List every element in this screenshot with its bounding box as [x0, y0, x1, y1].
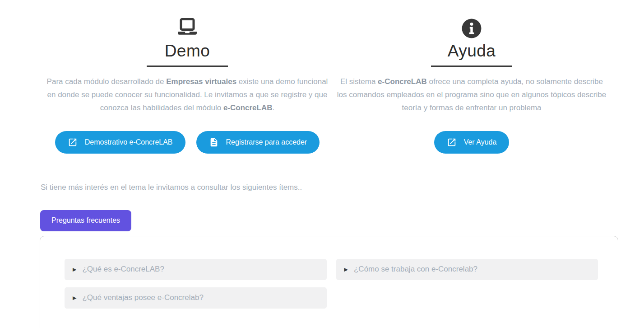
faq-item-ventajas[interactable]: ▶ ¿Qué ventajas posee e-Concrelab? [65, 287, 327, 309]
demo-section: Demo Para cada módulo desarrollado de Em… [38, 18, 336, 154]
external-link-icon [447, 137, 457, 147]
faq-item-label: ¿Qué ventajas posee e-Concrelab? [82, 293, 203, 302]
register-button-label: Registrarse para acceder [226, 138, 307, 146]
faq-item-label: ¿Cómo se trabaja con e-Concrelab? [354, 265, 477, 274]
caret-right-icon: ▶ [344, 267, 348, 272]
demo-button-label: Demostrativo e-ConcreLAB [85, 138, 173, 146]
faq-item-que-es[interactable]: ▶ ¿Qué es e-ConcreLAB? [65, 259, 327, 280]
caret-right-icon: ▶ [73, 295, 76, 300]
ayuda-description: El sistema e-ConcreLAB ofrece una comple… [336, 75, 607, 115]
faq-panel: ▶ ¿Qué es e-ConcreLAB? ▶ ¿Cómo se trabaj… [40, 236, 618, 328]
faq-item-label: ¿Qué es e-ConcreLAB? [82, 265, 164, 274]
demo-description: Para cada módulo desarrollado de Empresa… [46, 75, 329, 115]
demo-title: Demo [38, 42, 336, 59]
external-link-icon [68, 137, 78, 147]
document-icon [209, 137, 219, 147]
register-button[interactable]: Registrarse para acceder [196, 131, 320, 154]
more-info-text: Si tiene más interés en el tema le invit… [41, 183, 644, 192]
faq-button[interactable]: Preguntas frecuentes [40, 210, 131, 231]
laptop-icon [38, 18, 336, 39]
faq-item-como-se-trabaja[interactable]: ▶ ¿Cómo se trabaja con e-Concrelab? [336, 259, 598, 280]
ver-ayuda-button-label: Ver Ayuda [464, 138, 497, 146]
top-sections: Demo Para cada módulo desarrollado de Em… [0, 0, 644, 154]
ayuda-title: Ayuda [336, 42, 607, 59]
demo-title-underline [147, 66, 228, 67]
caret-right-icon: ▶ [73, 267, 76, 272]
ayuda-section: Ayuda El sistema e-ConcreLAB ofrece una … [336, 18, 607, 154]
info-icon [336, 18, 607, 39]
ver-ayuda-button[interactable]: Ver Ayuda [434, 131, 510, 154]
faq-grid: ▶ ¿Qué es e-ConcreLAB? ▶ ¿Cómo se trabaj… [65, 259, 598, 309]
ayuda-button-row: Ver Ayuda [336, 131, 607, 154]
demo-button[interactable]: Demostrativo e-ConcreLAB [55, 131, 185, 154]
demo-button-row: Demostrativo e-ConcreLAB Registrarse par… [38, 131, 336, 154]
ayuda-title-underline [431, 66, 512, 67]
